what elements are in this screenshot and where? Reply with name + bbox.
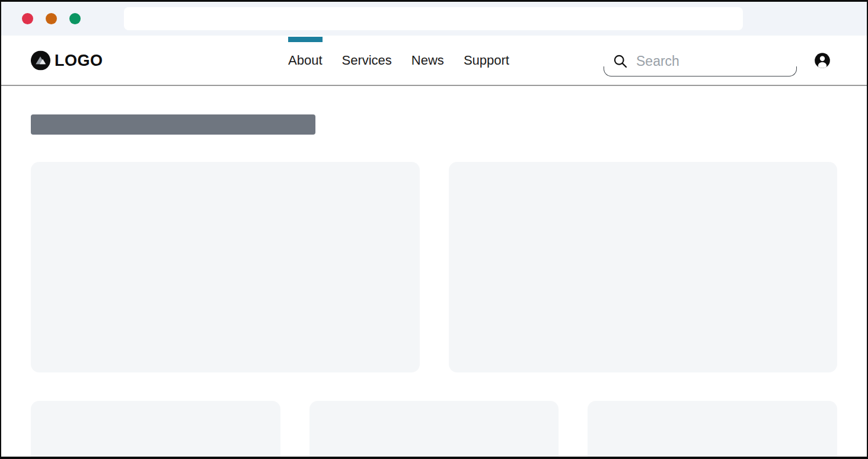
content-card-placeholder [31,401,280,459]
mountain-circle-icon [31,50,50,70]
site-logo[interactable]: LOGO [31,50,103,70]
search-icon [612,53,628,69]
content-card-placeholder [309,401,559,459]
content-card-placeholder [31,162,420,372]
search-input[interactable] [636,53,797,73]
nav-item-news[interactable]: News [411,36,444,85]
user-avatar-button[interactable] [814,52,831,69]
minimize-window-button[interactable] [46,13,57,24]
small-card-row [31,401,837,459]
address-bar-input[interactable] [124,7,743,30]
large-card-row [31,162,837,372]
browser-window: LOGO About Services News Support [0,0,868,459]
main-navigation: About Services News Support [288,36,509,85]
nav-item-services[interactable]: Services [342,36,392,85]
window-controls [22,13,81,24]
maximize-window-button[interactable] [69,13,81,24]
page-title-placeholder [31,114,315,135]
close-window-button[interactable] [22,13,33,24]
nav-item-about[interactable]: About [288,36,323,85]
nav-item-support[interactable]: Support [464,36,509,85]
search-box [604,49,797,76]
page-content [1,86,867,459]
content-card-placeholder [449,162,838,372]
person-silhouette-icon [814,52,831,69]
site-header: LOGO About Services News Support [1,36,867,86]
logo-text: LOGO [55,51,103,69]
content-card-placeholder [588,401,837,459]
browser-chrome-bar [1,2,867,36]
